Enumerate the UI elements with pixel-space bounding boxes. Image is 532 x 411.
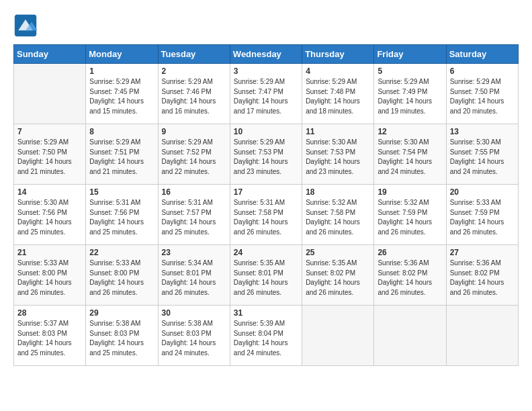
weekday-header-saturday: Saturday: [446, 45, 518, 64]
calendar-cell: 24Sunrise: 5:35 AM Sunset: 8:01 PM Dayli…: [230, 245, 302, 306]
weekday-header-friday: Friday: [374, 45, 446, 64]
calendar-cell: 10Sunrise: 5:29 AM Sunset: 7:53 PM Dayli…: [230, 124, 302, 185]
day-info: Sunrise: 5:38 AM Sunset: 8:03 PM Dayligh…: [162, 319, 226, 358]
day-number: 27: [450, 248, 515, 257]
calendar-cell: 14Sunrise: 5:30 AM Sunset: 7:56 PM Dayli…: [14, 185, 86, 245]
day-info: Sunrise: 5:31 AM Sunset: 7:57 PM Dayligh…: [162, 198, 226, 237]
day-number: 19: [378, 187, 442, 197]
weekday-header-sunday: Sunday: [14, 45, 86, 64]
calendar-cell: [446, 306, 518, 366]
calendar-cell: 1Sunrise: 5:29 AM Sunset: 7:45 PM Daylig…: [86, 64, 158, 124]
day-number: 30: [162, 308, 226, 318]
calendar: SundayMondayTuesdayWednesdayThursdayFrid…: [13, 44, 519, 366]
day-number: 10: [234, 127, 298, 136]
calendar-cell: 5Sunrise: 5:29 AM Sunset: 7:49 PM Daylig…: [374, 64, 446, 124]
day-number: 5: [378, 66, 442, 76]
day-info: Sunrise: 5:29 AM Sunset: 7:47 PM Dayligh…: [234, 77, 298, 116]
day-number: 21: [17, 248, 82, 257]
day-number: 3: [234, 66, 298, 76]
day-info: Sunrise: 5:35 AM Sunset: 8:01 PM Dayligh…: [234, 259, 298, 298]
day-info: Sunrise: 5:34 AM Sunset: 8:01 PM Dayligh…: [162, 259, 226, 298]
day-number: 25: [306, 248, 370, 257]
day-info: Sunrise: 5:32 AM Sunset: 7:58 PM Dayligh…: [306, 198, 370, 237]
calendar-cell: 16Sunrise: 5:31 AM Sunset: 7:57 PM Dayli…: [158, 185, 230, 245]
calendar-body: 1Sunrise: 5:29 AM Sunset: 7:45 PM Daylig…: [14, 64, 519, 366]
day-number: 28: [17, 308, 82, 318]
calendar-cell: 15Sunrise: 5:31 AM Sunset: 7:56 PM Dayli…: [86, 185, 158, 245]
day-info: Sunrise: 5:33 AM Sunset: 8:00 PM Dayligh…: [17, 259, 82, 298]
day-info: Sunrise: 5:29 AM Sunset: 7:53 PM Dayligh…: [234, 138, 298, 177]
day-number: 9: [162, 127, 226, 136]
day-number: 17: [234, 187, 298, 197]
day-info: Sunrise: 5:30 AM Sunset: 7:56 PM Dayligh…: [17, 198, 82, 237]
calendar-cell: 22Sunrise: 5:33 AM Sunset: 8:00 PM Dayli…: [86, 245, 158, 306]
calendar-cell: 18Sunrise: 5:32 AM Sunset: 7:58 PM Dayli…: [302, 185, 374, 245]
day-info: Sunrise: 5:32 AM Sunset: 7:59 PM Dayligh…: [378, 198, 442, 237]
day-info: Sunrise: 5:37 AM Sunset: 8:03 PM Dayligh…: [17, 319, 82, 358]
calendar-cell: 25Sunrise: 5:35 AM Sunset: 8:02 PM Dayli…: [302, 245, 374, 306]
calendar-cell: 11Sunrise: 5:30 AM Sunset: 7:53 PM Dayli…: [302, 124, 374, 185]
logo: [13, 13, 42, 38]
calendar-cell: 6Sunrise: 5:29 AM Sunset: 7:50 PM Daylig…: [446, 64, 518, 124]
calendar-cell: [14, 64, 86, 124]
day-info: Sunrise: 5:31 AM Sunset: 7:56 PM Dayligh…: [89, 198, 154, 237]
day-info: Sunrise: 5:33 AM Sunset: 7:59 PM Dayligh…: [450, 198, 515, 237]
day-info: Sunrise: 5:35 AM Sunset: 8:02 PM Dayligh…: [306, 259, 370, 298]
day-info: Sunrise: 5:29 AM Sunset: 7:51 PM Dayligh…: [89, 138, 154, 177]
page-header: [13, 13, 519, 38]
day-info: Sunrise: 5:36 AM Sunset: 8:02 PM Dayligh…: [450, 259, 515, 298]
calendar-cell: 28Sunrise: 5:37 AM Sunset: 8:03 PM Dayli…: [14, 306, 86, 366]
calendar-cell: 12Sunrise: 5:30 AM Sunset: 7:54 PM Dayli…: [374, 124, 446, 185]
day-info: Sunrise: 5:38 AM Sunset: 8:03 PM Dayligh…: [89, 319, 154, 358]
day-number: 7: [17, 127, 82, 136]
calendar-cell: 9Sunrise: 5:29 AM Sunset: 7:52 PM Daylig…: [158, 124, 230, 185]
weekday-header-monday: Monday: [86, 45, 158, 64]
calendar-week-row: 7Sunrise: 5:29 AM Sunset: 7:50 PM Daylig…: [14, 124, 519, 185]
day-number: 15: [89, 187, 154, 197]
day-info: Sunrise: 5:39 AM Sunset: 8:04 PM Dayligh…: [234, 319, 298, 358]
calendar-cell: 21Sunrise: 5:33 AM Sunset: 8:00 PM Dayli…: [14, 245, 86, 306]
day-number: 23: [162, 248, 226, 257]
day-info: Sunrise: 5:30 AM Sunset: 7:55 PM Dayligh…: [450, 138, 515, 177]
day-info: Sunrise: 5:29 AM Sunset: 7:45 PM Dayligh…: [89, 77, 154, 116]
calendar-cell: 8Sunrise: 5:29 AM Sunset: 7:51 PM Daylig…: [86, 124, 158, 185]
day-info: Sunrise: 5:33 AM Sunset: 8:00 PM Dayligh…: [89, 259, 154, 298]
day-number: 14: [17, 187, 82, 197]
calendar-cell: 19Sunrise: 5:32 AM Sunset: 7:59 PM Dayli…: [374, 185, 446, 245]
day-number: 1: [89, 66, 154, 76]
calendar-cell: 29Sunrise: 5:38 AM Sunset: 8:03 PM Dayli…: [86, 306, 158, 366]
calendar-cell: 27Sunrise: 5:36 AM Sunset: 8:02 PM Dayli…: [446, 245, 518, 306]
day-number: 13: [450, 127, 515, 136]
calendar-week-row: 1Sunrise: 5:29 AM Sunset: 7:45 PM Daylig…: [14, 64, 519, 124]
day-number: 26: [378, 248, 442, 257]
day-info: Sunrise: 5:29 AM Sunset: 7:52 PM Dayligh…: [162, 138, 226, 177]
calendar-cell: 17Sunrise: 5:31 AM Sunset: 7:58 PM Dayli…: [230, 185, 302, 245]
day-info: Sunrise: 5:29 AM Sunset: 7:50 PM Dayligh…: [17, 138, 82, 177]
day-number: 20: [450, 187, 515, 197]
calendar-cell: 2Sunrise: 5:29 AM Sunset: 7:46 PM Daylig…: [158, 64, 230, 124]
day-info: Sunrise: 5:30 AM Sunset: 7:54 PM Dayligh…: [378, 138, 442, 177]
calendar-cell: 31Sunrise: 5:39 AM Sunset: 8:04 PM Dayli…: [230, 306, 302, 366]
day-info: Sunrise: 5:29 AM Sunset: 7:49 PM Dayligh…: [378, 77, 442, 116]
calendar-cell: [302, 306, 374, 366]
day-info: Sunrise: 5:30 AM Sunset: 7:53 PM Dayligh…: [306, 138, 370, 177]
day-info: Sunrise: 5:29 AM Sunset: 7:46 PM Dayligh…: [162, 77, 226, 116]
day-number: 31: [234, 308, 298, 318]
calendar-cell: 30Sunrise: 5:38 AM Sunset: 8:03 PM Dayli…: [158, 306, 230, 366]
weekday-header-wednesday: Wednesday: [230, 45, 302, 64]
calendar-cell: 23Sunrise: 5:34 AM Sunset: 8:01 PM Dayli…: [158, 245, 230, 306]
calendar-week-row: 28Sunrise: 5:37 AM Sunset: 8:03 PM Dayli…: [14, 306, 519, 366]
calendar-cell: 20Sunrise: 5:33 AM Sunset: 7:59 PM Dayli…: [446, 185, 518, 245]
weekday-header-tuesday: Tuesday: [158, 45, 230, 64]
calendar-cell: 26Sunrise: 5:36 AM Sunset: 8:02 PM Dayli…: [374, 245, 446, 306]
day-number: 11: [306, 127, 370, 136]
calendar-cell: 4Sunrise: 5:29 AM Sunset: 7:48 PM Daylig…: [302, 64, 374, 124]
day-info: Sunrise: 5:29 AM Sunset: 7:48 PM Dayligh…: [306, 77, 370, 116]
day-number: 16: [162, 187, 226, 197]
calendar-week-row: 14Sunrise: 5:30 AM Sunset: 7:56 PM Dayli…: [14, 185, 519, 245]
calendar-cell: 13Sunrise: 5:30 AM Sunset: 7:55 PM Dayli…: [446, 124, 518, 185]
day-number: 4: [306, 66, 370, 76]
day-number: 29: [89, 308, 154, 318]
day-number: 12: [378, 127, 442, 136]
day-number: 22: [89, 248, 154, 257]
